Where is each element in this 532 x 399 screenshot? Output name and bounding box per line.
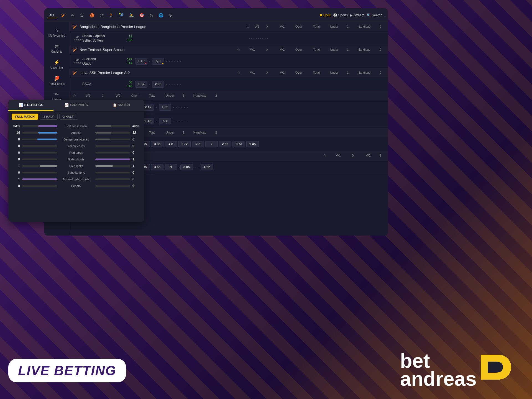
dash-9: - [267,36,268,40]
graphics-icon: 📈 [65,103,69,107]
tab-statistics[interactable]: 📊 STATISTICS [8,100,53,111]
globe-nav-icon[interactable]: 🌐 [157,12,165,19]
stat-atk-bars: Attacks [22,131,130,134]
stat-atk-bar-right [95,132,130,134]
bet-k-w2[interactable]: 9 [165,164,177,170]
dash-4a-5: - [184,105,185,109]
dash-k-4: - [198,165,200,169]
dash-ssca-1: - [166,82,167,86]
col-2-india: 2 [376,71,385,74]
col-1-4: 1 [179,94,188,97]
stat-rc-bars: Red cards [22,151,130,154]
col-handicap-india: Handicap [353,71,375,74]
favourite-star-bangladesh[interactable]: ☆ [246,24,250,29]
team-sylhet-strikers: Sylhet Strikers [82,39,121,42]
favourite-star-4[interactable]: ☆ [73,93,76,98]
bet-5-x[interactable]: 3.85 [151,141,163,147]
basketball-nav-icon[interactable]: 🏀 [88,12,96,19]
logo-bet: bet [400,352,477,370]
sidebar-item-padel-tennis[interactable]: 🏓 Padel Tennis [44,73,69,88]
stats-panel: 📊 STATISTICS 📈 GRAPHICS 📋 MATCH FULL MAT… [8,100,144,222]
stat-rc-left: 0 [12,151,20,155]
sidebar-item-outrights[interactable]: ⇌ Outrights [44,41,69,56]
stat-pen-label: Penalty [58,184,94,188]
sidebar-item-favourites[interactable]: ☆ My favourites [44,25,69,40]
bet-5-under[interactable]: 2 [205,141,218,147]
bet-5-over[interactable]: 1.72 [178,141,191,147]
all-filter-btn[interactable]: ALL [47,12,57,18]
tab-graphics[interactable]: 📈 GRAPHICS [53,100,99,111]
score-ssca: 36 118 [121,81,132,88]
stat-sub-left: 0 [12,171,20,175]
outrights-label: Outrights [51,50,62,53]
col-handicap-nz: Handicap [353,48,375,51]
col-w2-nz: W2 [275,48,289,51]
dota-nav-icon[interactable]: ⬡ [98,12,105,19]
bet-k-two[interactable]: 1.22 [201,164,213,170]
league-icon-india: 🏏 [73,70,77,75]
search-button[interactable]: 🔍 Search... [367,13,385,17]
league-header-bangladesh: 🏏 Bangladesh. Bangladesh Premier League … [69,22,388,31]
stat-gs-fill-right [95,158,130,160]
teams-ssca: SSCA [82,82,121,86]
col-total-india: Total [308,71,325,74]
league-name-bangladesh: Bangladesh. Bangladesh Premier League [80,25,244,29]
bet-ssca-w2[interactable]: 2.35 [152,81,164,88]
stat-datk-bar-right [95,139,130,140]
bet-5-total[interactable]: 2.5 [192,141,204,147]
stat-rc-label: Red cards [58,151,94,154]
teams-auckland: Auckland Otago [82,57,121,65]
dash-ssca-5: - [177,82,178,86]
more-nav-icon[interactable]: ⊙ [167,12,174,19]
bet-5-two[interactable]: 1.45 [246,141,259,147]
bet-k-total[interactable]: 3.05 [180,164,193,170]
pencil-nav-icon[interactable]: ✏ [70,12,76,19]
dash-4b-x: - [156,119,157,123]
cricket-nav-icon[interactable]: 🏏 [59,12,67,19]
stat-mgs-bar-right [95,178,130,180]
outrights-icon: ⇌ [55,43,59,49]
stat-yc-right: 0 [132,144,141,148]
col-total-nz: Total [308,48,325,51]
second-half-btn[interactable]: 2 HALF [59,114,77,120]
running-nav-icon[interactable]: 🏃 [107,12,115,19]
tennis-nav-icon[interactable]: 🎾 [117,12,125,19]
col-2-1: 2 [376,25,385,28]
clock-nav-icon[interactable]: ⏱ [78,12,86,19]
favourite-star-nz[interactable]: ☆ [237,47,241,52]
bet-4a-w2[interactable]: 1.55 [159,104,171,111]
match-row-ssca: SSCA 36 118 1.52 - 2.35 - - - - - - [69,77,388,91]
tab-match[interactable]: 📋 MATCH [99,100,144,111]
favourite-star-keeperball[interactable]: ☆ [323,153,326,158]
stat-bp-fill-left [38,125,57,127]
archery-nav-icon[interactable]: 🎯 [138,12,146,19]
live-indicator [320,14,322,16]
target-nav-icon[interactable]: ◎ [148,12,155,19]
bet-ssca-w1[interactable]: 1.52 [135,81,147,88]
stream-button[interactable]: ▶ Stream [350,13,364,17]
stat-bp-label: Ball possession [58,124,94,128]
bet-5-w2[interactable]: 4.8 [165,141,177,147]
favourite-star-india[interactable]: ☆ [237,70,241,75]
live-button[interactable]: LIVE [320,13,331,17]
col-over-1: Over [290,25,307,28]
col-under-india: Under [326,71,342,74]
innings-auckland: 1th innings [73,58,82,64]
bet-4b-w2[interactable]: 5.7 [159,118,171,124]
stat-yc-left: 0 [12,144,20,148]
dash-ssca-4: - [174,82,175,86]
match-label: MATCH [118,103,130,107]
stat-datk-fill-right [95,139,110,140]
half-filter: FULL MATCH 1 HALF 2 HALF [8,111,144,122]
cycling-nav-icon[interactable]: 🚴 [127,12,135,19]
sports-button[interactable]: ⚽ Sports [333,13,348,17]
col-x-india: X [260,71,274,74]
bet-5-handicap[interactable]: -1.5+ [232,141,245,147]
bet-k-x[interactable]: 3.65 [151,164,163,170]
sidebar-item-upcoming[interactable]: ⚡ Upcoming [44,57,69,72]
col-2-5: 2 [212,131,220,134]
full-match-btn[interactable]: FULL MATCH [12,114,38,120]
bet-5-one[interactable]: 2.55 [219,141,231,147]
league-header-nz: 🏏 New Zealand. Super Smash ☆ W1 X W2 Ove… [69,45,388,54]
first-half-btn[interactable]: 1 HALF [40,114,58,120]
